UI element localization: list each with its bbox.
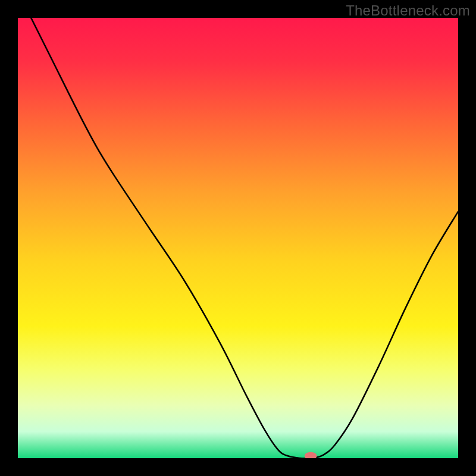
plot-area — [18, 18, 458, 458]
chart-frame: { "watermark": "TheBottleneck.com", "col… — [0, 0, 476, 476]
bottleneck-curve-chart — [18, 18, 458, 458]
gradient-background — [18, 18, 458, 458]
watermark-text: TheBottleneck.com — [346, 2, 470, 19]
